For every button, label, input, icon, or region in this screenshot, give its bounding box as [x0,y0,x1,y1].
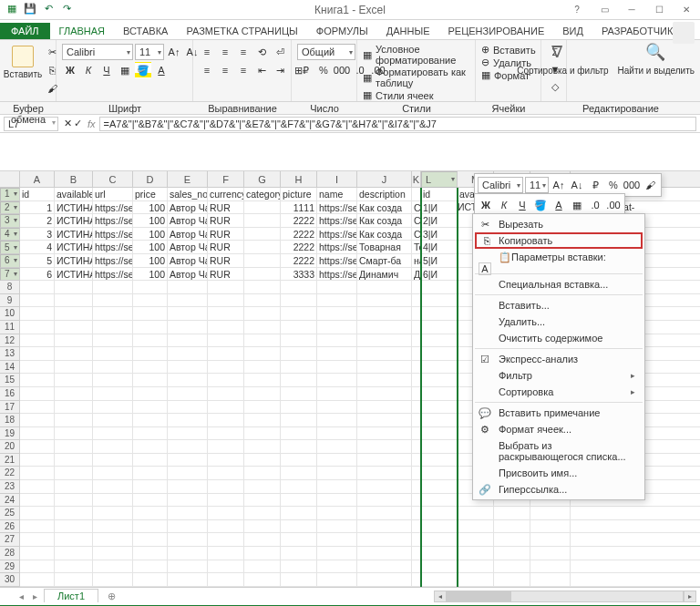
row-header[interactable]: 30 [0,573,20,587]
cell[interactable] [168,307,208,320]
cell[interactable] [281,361,317,374]
cell[interactable] [357,520,412,533]
row-header[interactable]: 8 [0,281,20,294]
cell[interactable] [421,401,458,414]
cell[interactable] [530,507,571,519]
cell[interactable] [421,480,458,493]
cell[interactable] [412,387,421,400]
row-header[interactable]: 9 [0,294,20,308]
cell[interactable] [281,480,317,493]
cell[interactable]: id [421,188,458,200]
format-as-table-button[interactable]: ▦Форматировать как таблицу [363,67,469,88]
cell[interactable] [133,361,168,374]
row-header[interactable]: 3 [0,214,20,228]
cell[interactable] [244,201,281,214]
cell[interactable] [494,533,530,546]
cell[interactable] [133,520,168,533]
cell[interactable] [20,440,55,453]
row-header[interactable]: 17 [0,401,20,415]
cell[interactable] [412,294,421,307]
col-header[interactable]: I [317,171,357,187]
cell[interactable] [281,507,317,519]
cell[interactable] [412,347,421,360]
cell[interactable]: Автор Чак [168,201,208,214]
cell[interactable] [20,507,55,519]
tab-file[interactable]: ФАЙЛ [0,23,50,39]
cell[interactable] [281,387,317,400]
cell[interactable] [93,414,133,426]
cell[interactable] [93,520,133,533]
ctx-copy[interactable]: ⎘Копировать [475,232,643,249]
cell[interactable]: Как созда [357,214,412,227]
cell[interactable] [244,427,281,440]
cell[interactable] [55,454,93,467]
cell[interactable]: 6|И [421,268,458,281]
ctx-paste-option-values[interactable]: A [475,266,643,272]
ribbon-collapse-icon[interactable]: ▭ [591,0,618,18]
cell[interactable] [244,387,281,400]
cell[interactable] [421,560,458,573]
cell[interactable]: Автор Чак [168,268,208,281]
cell[interactable] [412,281,421,293]
cell[interactable] [244,241,281,253]
cell[interactable]: 100 [133,228,168,241]
cell[interactable] [168,533,208,546]
tab-developer[interactable]: РАЗРАБОТЧИК [592,23,682,39]
cell[interactable] [244,294,281,307]
cell[interactable]: https://se [93,214,133,227]
cell[interactable] [357,573,412,586]
cell[interactable] [244,440,281,453]
cell[interactable] [93,440,133,453]
cell[interactable] [412,361,421,374]
cell[interactable] [244,494,281,507]
cell[interactable] [357,494,412,507]
cell[interactable] [421,533,458,546]
cell[interactable] [168,401,208,414]
tab-view[interactable]: ВИД [553,23,592,39]
mini-font-color-button[interactable]: А [551,197,567,213]
cell[interactable] [281,440,317,453]
cell[interactable] [55,307,93,320]
cell[interactable]: Автор Чак [168,241,208,253]
cell[interactable]: 2|И [421,214,458,227]
cell[interactable]: https://se [317,254,357,267]
cell[interactable] [20,401,55,414]
cell[interactable] [133,281,168,293]
grid[interactable]: ABCDEFGHIJKLMNO 123456789101112131415161… [0,171,700,587]
col-header[interactable]: J [357,171,412,187]
row-header[interactable]: 26 [0,520,20,534]
cell[interactable] [168,374,208,386]
cell[interactable] [458,573,494,586]
number-format-select[interactable]: Общий [297,44,355,60]
row-header[interactable]: 13 [0,347,20,361]
cell[interactable] [93,560,133,573]
ctx-clear[interactable]: Очистить содержимое [475,330,643,346]
cell[interactable] [317,374,357,386]
cell[interactable] [421,387,458,400]
cell[interactable] [317,387,357,400]
cell[interactable] [421,374,458,386]
cell[interactable] [208,414,244,426]
fill-color-button[interactable]: 🪣 [135,62,151,78]
cell[interactable] [412,547,421,560]
cell[interactable] [357,454,412,467]
cell[interactable] [281,281,317,293]
cell[interactable] [208,321,244,334]
cell[interactable] [20,374,55,386]
cell[interactable]: 5|И [421,254,458,267]
decrease-indent-icon[interactable]: ⇤ [253,62,270,78]
cell[interactable] [281,547,317,560]
cell[interactable] [317,547,357,560]
tab-review[interactable]: РЕЦЕНЗИРОВАНИЕ [438,23,553,39]
cell[interactable] [317,347,357,360]
cell[interactable] [168,281,208,293]
cell[interactable] [421,520,458,533]
cell[interactable] [20,427,55,440]
cell[interactable]: 2222 [281,214,317,227]
align-right-icon[interactable]: ≡ [235,62,252,78]
cell[interactable] [494,560,530,573]
cell[interactable] [412,334,421,347]
cell[interactable]: 4 [20,241,55,253]
cell[interactable] [317,560,357,573]
cell[interactable] [317,321,357,334]
